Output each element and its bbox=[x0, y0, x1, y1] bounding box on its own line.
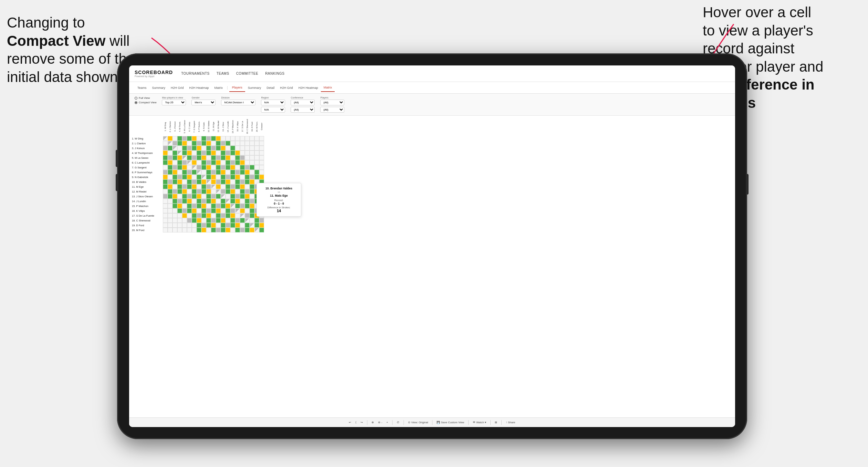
matrix-cell[interactable] bbox=[254, 160, 259, 165]
matrix-cell[interactable] bbox=[240, 228, 245, 232]
matrix-cell[interactable] bbox=[206, 146, 211, 151]
matrix-cell[interactable] bbox=[259, 165, 264, 170]
matrix-cell[interactable] bbox=[226, 160, 230, 165]
matrix-cell[interactable] bbox=[172, 218, 177, 223]
matrix-cell[interactable] bbox=[250, 170, 254, 175]
matrix-cell[interactable] bbox=[221, 184, 226, 189]
matrix-cell[interactable] bbox=[192, 199, 197, 204]
matrix-cell[interactable] bbox=[211, 170, 216, 175]
matrix-cell[interactable] bbox=[177, 141, 182, 146]
matrix-cell[interactable] bbox=[250, 160, 254, 165]
matrix-cell[interactable] bbox=[182, 155, 187, 160]
matrix-cell[interactable] bbox=[206, 160, 211, 165]
matrix-cell[interactable] bbox=[240, 218, 245, 223]
matrix-cell[interactable] bbox=[211, 160, 216, 165]
matrix-cell[interactable] bbox=[206, 228, 211, 232]
matrix-cell[interactable] bbox=[163, 223, 168, 228]
matrix-cell[interactable] bbox=[177, 170, 182, 175]
matrix-cell[interactable] bbox=[250, 228, 254, 232]
matrix-cell[interactable] bbox=[177, 199, 182, 204]
matrix-cell[interactable] bbox=[182, 184, 187, 189]
matrix-cell[interactable] bbox=[226, 146, 230, 151]
matrix-cell[interactable] bbox=[192, 179, 197, 184]
matrix-cell[interactable] bbox=[226, 228, 230, 232]
matrix-cell[interactable] bbox=[177, 155, 182, 160]
matrix-cell[interactable] bbox=[163, 136, 168, 141]
matrix-cell[interactable] bbox=[163, 146, 168, 151]
matrix-cell[interactable] bbox=[206, 155, 211, 160]
matrix-cell[interactable] bbox=[201, 160, 206, 165]
matrix-cell[interactable] bbox=[230, 194, 235, 199]
step-back-button[interactable]: ⟨ bbox=[355, 421, 356, 424]
matrix-cell[interactable] bbox=[245, 175, 250, 179]
matrix-cell[interactable] bbox=[197, 184, 201, 189]
matrix-cell[interactable] bbox=[226, 175, 230, 179]
matrix-cell[interactable] bbox=[254, 141, 259, 146]
matrix-cell[interactable] bbox=[245, 208, 250, 213]
matrix-cell[interactable] bbox=[201, 228, 206, 232]
matrix-cell[interactable] bbox=[226, 204, 230, 208]
matrix-cell[interactable] bbox=[211, 208, 216, 213]
matrix-cell[interactable] bbox=[211, 204, 216, 208]
matrix-cell[interactable] bbox=[172, 208, 177, 213]
matrix-cell[interactable] bbox=[250, 218, 254, 223]
matrix-cell[interactable] bbox=[177, 228, 182, 232]
matrix-cell[interactable] bbox=[172, 228, 177, 232]
matrix-cell[interactable] bbox=[245, 170, 250, 175]
full-view-option[interactable]: Full View bbox=[135, 96, 156, 100]
matrix-cell[interactable] bbox=[206, 165, 211, 170]
matrix-cell[interactable] bbox=[201, 175, 206, 179]
matrix-cell[interactable] bbox=[163, 151, 168, 155]
matrix-cell[interactable] bbox=[192, 228, 197, 232]
matrix-cell[interactable] bbox=[250, 179, 254, 184]
matrix-cell[interactable] bbox=[168, 136, 172, 141]
matrix-cell[interactable] bbox=[254, 146, 259, 151]
matrix-cell[interactable] bbox=[187, 155, 192, 160]
matrix-cell[interactable] bbox=[221, 155, 226, 160]
matrix-cell[interactable] bbox=[163, 184, 168, 189]
matrix-cell[interactable] bbox=[187, 223, 192, 228]
matrix-cell[interactable] bbox=[226, 151, 230, 155]
matrix-cell[interactable] bbox=[240, 141, 245, 146]
matrix-cell[interactable] bbox=[197, 194, 201, 199]
matrix-cell[interactable] bbox=[240, 175, 245, 179]
matrix-cell[interactable] bbox=[245, 194, 250, 199]
nav-teams[interactable]: TEAMS bbox=[217, 72, 229, 75]
matrix-cell[interactable] bbox=[230, 213, 235, 218]
tab-players[interactable]: Players bbox=[229, 84, 245, 92]
matrix-cell[interactable] bbox=[187, 204, 192, 208]
matrix-cell[interactable] bbox=[168, 146, 172, 151]
matrix-cell[interactable] bbox=[245, 155, 250, 160]
matrix-cell[interactable] bbox=[254, 175, 259, 179]
matrix-cell[interactable] bbox=[201, 184, 206, 189]
matrix-cell[interactable] bbox=[192, 223, 197, 228]
matrix-cell[interactable] bbox=[235, 218, 240, 223]
matrix-cell[interactable] bbox=[163, 141, 168, 146]
matrix-cell[interactable] bbox=[197, 213, 201, 218]
matrix-cell[interactable] bbox=[192, 184, 197, 189]
matrix-cell[interactable] bbox=[197, 170, 201, 175]
matrix-cell[interactable] bbox=[182, 160, 187, 165]
tab-matrix2[interactable]: Matrix bbox=[321, 84, 335, 92]
matrix-cell[interactable] bbox=[182, 151, 187, 155]
matrix-cell[interactable] bbox=[250, 141, 254, 146]
matrix-cell[interactable] bbox=[250, 184, 254, 189]
matrix-cell[interactable] bbox=[197, 146, 201, 151]
matrix-cell[interactable] bbox=[201, 213, 206, 218]
matrix-cell[interactable] bbox=[240, 170, 245, 175]
matrix-cell[interactable] bbox=[192, 204, 197, 208]
matrix-cell[interactable] bbox=[211, 213, 216, 218]
matrix-cell[interactable] bbox=[163, 218, 168, 223]
matrix-cell[interactable] bbox=[182, 228, 187, 232]
matrix-cell[interactable] bbox=[192, 194, 197, 199]
matrix-cell[interactable] bbox=[211, 165, 216, 170]
matrix-cell[interactable] bbox=[259, 146, 264, 151]
watch-button[interactable]: 👁 Watch ▾ bbox=[473, 421, 486, 424]
matrix-cell[interactable] bbox=[206, 175, 211, 179]
matrix-cell[interactable] bbox=[177, 175, 182, 179]
region-select2[interactable]: N/A bbox=[261, 107, 285, 113]
matrix-cell[interactable] bbox=[192, 136, 197, 141]
matrix-cell[interactable] bbox=[172, 170, 177, 175]
matrix-cell[interactable] bbox=[172, 175, 177, 179]
matrix-cell[interactable] bbox=[226, 208, 230, 213]
